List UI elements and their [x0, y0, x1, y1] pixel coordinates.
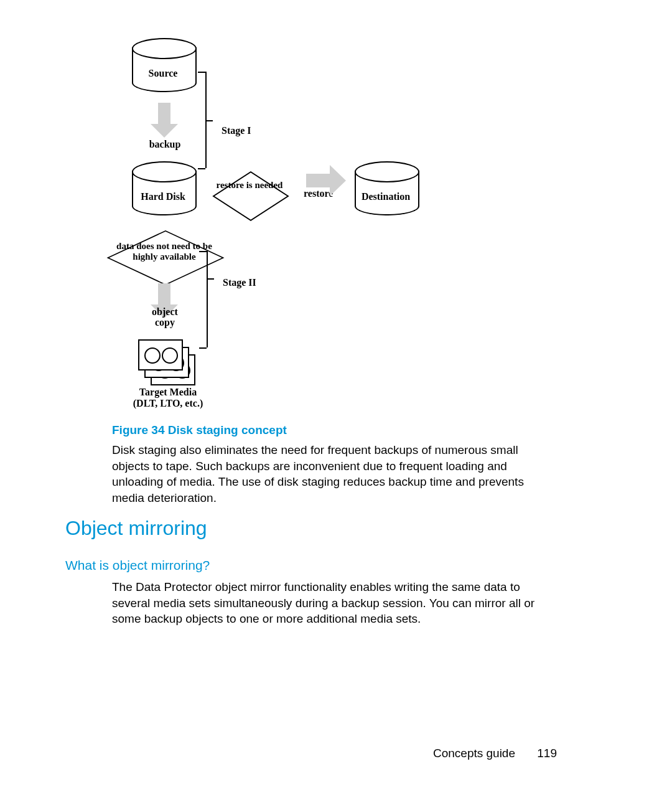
- heading-object-mirroring: Object mirroring: [65, 517, 207, 540]
- cylinder-harddisk: Hard Disk: [132, 161, 194, 220]
- bracket-stage2-top: [199, 251, 207, 252]
- label-target-media1: Target Media: [124, 387, 212, 398]
- footer-page-number: 119: [537, 747, 557, 760]
- destination-label: Destination: [355, 191, 417, 202]
- tape-media-icon: [138, 339, 194, 386]
- arrow-source-to-harddisk-icon: [151, 103, 178, 138]
- bracket-stage2: [207, 251, 208, 347]
- page-footer: Concepts guide 119: [0, 747, 672, 760]
- bracket-stage1-bot: [198, 168, 205, 169]
- data-availability-text: data does not need to be highly availabl…: [116, 241, 212, 262]
- harddisk-label: Hard Disk: [132, 191, 194, 202]
- decision-data-availability: data does not need to be highly availabl…: [128, 229, 201, 278]
- heading-what-is-object-mirroring: What is object mirroring?: [65, 558, 210, 573]
- arrow-restore-to-destination-icon: [306, 165, 346, 196]
- figure-34-diagram: Source backup Stage I Hard Disk restore …: [112, 34, 448, 417]
- decision-restore-needed: restore is needed: [213, 170, 286, 220]
- figure-caption: Figure 34 Disk staging concept: [112, 423, 287, 437]
- body-paragraph-1: Disk staging also eliminates the need fo…: [112, 442, 548, 506]
- label-backup: backup: [143, 139, 187, 150]
- label-stage2: Stage II: [223, 277, 256, 288]
- bracket-stage1-top: [198, 72, 205, 73]
- body-paragraph-2: The Data Protector object mirror functio…: [112, 579, 548, 627]
- bracket-stage1-mid: [205, 120, 213, 121]
- footer-title: Concepts guide: [433, 747, 515, 760]
- bracket-stage2-mid: [207, 278, 214, 280]
- page-root: Source backup Stage I Hard Disk restore …: [0, 0, 672, 807]
- bracket-stage2-bot: [199, 347, 207, 349]
- cylinder-source: Source: [132, 38, 194, 97]
- label-object-copy: object copy: [142, 307, 188, 328]
- label-target-media2: (DLT, LTO, etc.): [124, 398, 212, 409]
- source-label: Source: [132, 68, 194, 79]
- label-stage1: Stage I: [222, 125, 251, 136]
- restore-needed-text: restore is needed: [207, 180, 292, 191]
- cylinder-destination: Destination: [355, 161, 417, 220]
